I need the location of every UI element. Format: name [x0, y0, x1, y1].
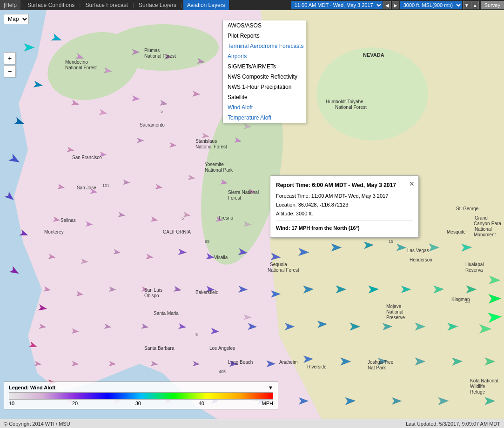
zoom-out-button[interactable]: −	[4, 65, 16, 77]
aviation-layers-nav[interactable]: Aviation Layers	[183, 0, 229, 10]
arrow-right-icon: ▶	[394, 3, 397, 8]
time-select[interactable]: 11:00 AM MDT - Wed, May 3 2017	[291, 1, 383, 9]
dropdown-item-awos[interactable]: AWOS/ASOS	[223, 20, 306, 31]
altitude-up-button[interactable]: ▲	[471, 1, 479, 9]
survey-button[interactable]: Survey	[481, 1, 504, 9]
dropdown-item-pilot[interactable]: Pilot Reports	[223, 31, 306, 41]
legend-labels: 10 20 30 40 MPH	[9, 401, 273, 406]
time-next-button[interactable]: ▶	[392, 1, 399, 9]
popup-divider	[276, 221, 413, 221]
map-area: Map + − AWOS/ASOS Pilot Reports Terminal…	[0, 10, 504, 428]
info-popup: Report Time: 6:00 AM MDT - Wed, May 3 20…	[270, 175, 419, 238]
dropdown-item-sigmets[interactable]: SIGMETs/AIRMETs	[223, 61, 306, 72]
help-nav[interactable]: | Help	[0, 0, 20, 10]
dropdown-item-satellite[interactable]: Satellite	[223, 92, 306, 102]
altitude-down-button[interactable]: ▼	[463, 1, 470, 9]
legend-header: Legend: Wind Aloft ▼	[9, 385, 273, 390]
legend-label-40: 40	[199, 401, 204, 406]
dropdown-item-airports[interactable]: Airports	[223, 51, 306, 61]
surface-forecast-nav[interactable]: Surface Forecast	[81, 0, 131, 10]
copyright-text: © Copyright 2014 WTI / MSU	[4, 421, 70, 427]
popup-title: Report Time: 6:00 AM MDT - Wed, May 3 20…	[276, 181, 413, 190]
dropdown-item-precipitation[interactable]: NWS 1-Hour Precipitation	[223, 82, 306, 92]
dropdown-item-temp-aloft[interactable]: Temperature Aloft	[223, 113, 306, 123]
surface-conditions-nav[interactable]: Surface Conditions	[24, 0, 78, 10]
popup-location: Location: 36.0428, -116.872123	[276, 201, 413, 209]
bottom-bar: © Copyright 2014 WTI / MSU Last Updated:…	[0, 419, 504, 428]
legend-label-mph: MPH	[262, 401, 273, 406]
popup-close-button[interactable]: ✕	[409, 179, 415, 190]
map-type-control: Map	[4, 14, 29, 24]
zoom-in-button[interactable]: +	[4, 52, 16, 64]
legend-collapse-icon[interactable]: ▼	[268, 385, 273, 390]
topbar: | Help | Surface Conditions | Surface Fo…	[0, 0, 504, 10]
popup-forecast-time: Forecast Time: 11:00 AM MDT- Wed, May 3 …	[276, 192, 413, 201]
time-control: 11:00 AM MDT - Wed, May 3 2017 ◀ ▶ 3000 …	[289, 1, 481, 9]
sep2: |	[78, 2, 81, 8]
aviation-layers-dropdown: AWOS/ASOS Pilot Reports Terminal Aerodro…	[222, 20, 306, 123]
last-updated-text: Last Updated: 5/3/2017, 9:09:07 AM MDT	[406, 421, 500, 427]
legend-label-30: 30	[135, 401, 141, 406]
dropdown-item-reflectivity[interactable]: NWS Composite Reflectivity	[223, 72, 306, 82]
legend-label-10: 10	[9, 401, 14, 406]
arrow-left-icon: ◀	[385, 3, 389, 8]
dropdown-item-taf[interactable]: Terminal Aerodrome Forecasts	[223, 41, 306, 51]
surface-layers-nav[interactable]: Surface Layers	[135, 0, 180, 10]
map-type-select[interactable]: Map	[4, 14, 29, 24]
sep1: |	[20, 2, 24, 8]
popup-altitude: Altitude: 3000 ft.	[276, 209, 413, 218]
legend-label-20: 20	[72, 401, 78, 406]
time-prev-button[interactable]: ◀	[383, 1, 391, 9]
legend-title: Legend: Wind Aloft	[9, 385, 55, 390]
sep4: |	[180, 2, 183, 8]
sep3: |	[132, 2, 135, 8]
legend: Legend: Wind Aloft ▼ 10 20 30 40 MPH	[4, 381, 278, 409]
zoom-controls: + −	[4, 52, 16, 77]
popup-wind: Wind: 17 MPH from the North (16°)	[276, 224, 413, 233]
legend-color-bar	[9, 392, 273, 400]
altitude-select[interactable]: 3000 ft. MSL(900 mb)	[400, 1, 462, 9]
dropdown-item-wind-aloft[interactable]: Wind Aloft	[223, 102, 306, 113]
